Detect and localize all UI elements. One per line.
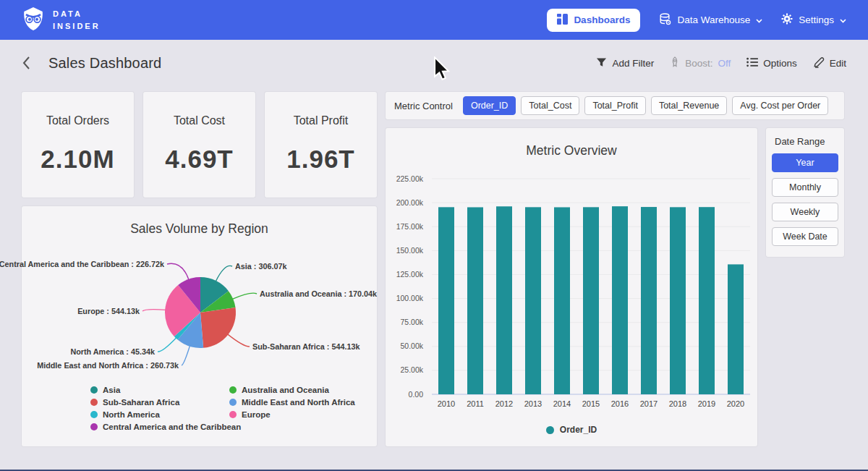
x-axis-tick: 2010 xyxy=(438,399,455,408)
metric-chip-total-cost[interactable]: Total_Cost xyxy=(521,96,579,115)
legend-dot xyxy=(90,423,98,430)
date-range-panel: Date Range Year Monthly Weekly Week Date xyxy=(766,128,844,257)
nav-data-warehouse-button[interactable]: Data Warehouse xyxy=(659,13,762,27)
bar-2017[interactable] xyxy=(641,207,657,394)
bar-2011[interactable] xyxy=(467,207,483,394)
boost-toggle[interactable]: Boost:Off xyxy=(670,56,731,70)
legend-dot xyxy=(229,399,237,406)
nav-data-warehouse-label: Data Warehouse xyxy=(677,14,750,25)
kpi-value: 1.96T xyxy=(286,145,355,174)
nav-settings-button[interactable]: Settings xyxy=(781,13,846,27)
kpi-label: Total Orders xyxy=(46,114,109,127)
x-axis-tick: 2016 xyxy=(611,399,629,408)
pie-leader-line xyxy=(228,334,250,347)
y-axis-tick: 100.00k xyxy=(396,294,424,302)
bar-2014[interactable] xyxy=(554,207,570,394)
legend-label: Order_ID xyxy=(560,425,597,435)
date-range-label: Date Range xyxy=(775,136,838,147)
bar-2015[interactable] xyxy=(583,207,599,394)
edit-button[interactable]: Edit xyxy=(813,56,846,70)
x-axis-tick: 2018 xyxy=(669,399,686,408)
legend-dot xyxy=(229,386,237,394)
y-axis-tick: 75.00k xyxy=(400,318,423,326)
bar-2012[interactable] xyxy=(496,206,512,394)
x-axis-tick: 2019 xyxy=(698,399,715,408)
gear-icon xyxy=(781,13,793,27)
date-range-week-date-button[interactable]: Week Date xyxy=(772,227,838,246)
bar-2019[interactable] xyxy=(699,207,715,394)
y-axis-tick: 225.00k xyxy=(396,174,424,183)
legend-dot xyxy=(229,411,237,418)
back-button[interactable] xyxy=(22,56,31,70)
y-axis-tick: 200.00k xyxy=(396,198,424,207)
page-title: Sales Dashboard xyxy=(48,55,161,72)
pie-legend-item-central-america-and-the-caribbean[interactable]: Central America and the Caribbean xyxy=(90,423,241,431)
legend-label: Europe xyxy=(242,410,271,419)
kpi-label: Total Profit xyxy=(294,114,349,127)
metric-overview-chart-panel: 0.0025.00k50.00k75.00k100.00k125.00k150.… xyxy=(386,128,757,446)
date-range-year-button[interactable]: Year xyxy=(772,153,838,172)
brand-text: DATA INSIDER xyxy=(53,8,101,32)
x-axis-tick: 2011 xyxy=(467,399,484,408)
pie-legend-item-australia-and-oceania[interactable]: Australia and Oceania xyxy=(229,386,355,394)
pie-label-asia: Asia : 306.07k xyxy=(235,262,286,271)
pie-leader-line xyxy=(142,310,166,311)
pie-legend-item-sub-saharan-africa[interactable]: Sub-Saharan Africa xyxy=(90,398,241,407)
metric-chip-total-profit[interactable]: Total_Profit xyxy=(584,96,646,115)
y-axis-tick: 50.00k xyxy=(400,341,423,350)
metric-chip-total-revenue[interactable]: Total_Revenue xyxy=(651,96,727,115)
bar-2016[interactable] xyxy=(612,206,628,394)
date-range-weekly-button[interactable]: Weekly xyxy=(772,203,838,221)
header-actions: Add Filter Boost:Off Opt xyxy=(596,56,846,70)
pie-label-australia-and-oceania: Australia and Oceania : 170.04k xyxy=(260,289,377,298)
bar-2013[interactable] xyxy=(525,207,541,394)
database-icon xyxy=(659,13,671,27)
legend-label: Australia and Oceania xyxy=(242,386,329,394)
kpi-label: Total Cost xyxy=(174,114,225,127)
top-nav: DATA INSIDER Dashboards xyxy=(0,0,868,40)
page-header: Sales Dashboard Add Filter Boost:Off xyxy=(0,40,868,86)
pie-legend-item-middle-east-and-north-africa[interactable]: Middle East and North Africa xyxy=(229,398,355,407)
pie-legend-item-north-america[interactable]: North America xyxy=(90,410,241,419)
pie-leader-line xyxy=(167,263,189,279)
kpi-value: 2.10M xyxy=(41,145,114,174)
legend-label: North America xyxy=(103,410,160,419)
metric-control-bar: Metric Control Order_ID Total_Cost Total… xyxy=(386,92,844,119)
nav-settings-label: Settings xyxy=(799,14,834,25)
app-window: DATA INSIDER Dashboards xyxy=(0,0,868,471)
x-axis-tick: 2015 xyxy=(582,399,600,408)
pie-label-north-america: North America : 45.34k xyxy=(70,347,155,356)
bar-2018[interactable] xyxy=(670,207,686,394)
pie-leader-line xyxy=(182,346,190,365)
pie-legend-item-asia[interactable]: Asia xyxy=(90,386,241,394)
kpi-card-total-cost: Total Cost 4.69T xyxy=(143,92,255,198)
metric-control-label: Metric Control xyxy=(394,101,453,111)
legend-dot xyxy=(546,426,554,434)
sales-volume-pie-panel: Sales Volume by Region AsiaSub-Saharan A… xyxy=(22,206,377,446)
pie-legend-column: Australia and OceaniaMiddle East and Nor… xyxy=(229,386,355,419)
bar-chart-title: Metric Overview xyxy=(386,143,757,158)
options-button[interactable]: Options xyxy=(746,57,797,69)
pie-label-middle-east-and-north-africa: Middle East and North Africa : 260.73k xyxy=(37,361,179,370)
date-range-monthly-button[interactable]: Monthly xyxy=(772,178,838,197)
x-axis-tick: 2014 xyxy=(553,399,571,408)
add-filter-button[interactable]: Add Filter xyxy=(596,57,654,69)
pie-slice-sub-saharan-africa[interactable] xyxy=(200,307,236,348)
brand[interactable]: DATA INSIDER xyxy=(22,7,101,34)
metric-chip-order-id[interactable]: Order_ID xyxy=(463,96,516,115)
legend-label: Sub-Saharan Africa xyxy=(103,398,179,407)
pie-legend-item-europe[interactable]: Europe xyxy=(229,410,355,419)
bar-2010[interactable] xyxy=(438,207,454,394)
dashboard-grid-icon xyxy=(557,14,568,27)
pie-leader-line xyxy=(216,266,232,281)
bar-2020[interactable] xyxy=(728,264,744,394)
x-axis-tick: 2017 xyxy=(640,399,658,408)
legend-label: Middle East and North Africa xyxy=(242,398,355,407)
bar-chart-legend[interactable]: Order_ID xyxy=(386,425,757,435)
nav-dashboards-label: Dashboards xyxy=(574,14,630,25)
nav-dashboards-button[interactable]: Dashboards xyxy=(547,9,640,32)
y-axis-tick: 25.00k xyxy=(400,365,423,374)
chevron-down-icon xyxy=(756,14,762,25)
legend-label: Asia xyxy=(103,386,120,394)
metric-chip-avg-cost-per-order[interactable]: Avg. Cost per Order xyxy=(732,96,828,115)
